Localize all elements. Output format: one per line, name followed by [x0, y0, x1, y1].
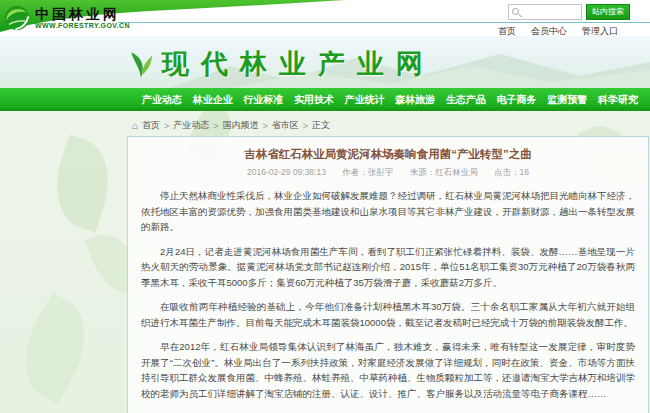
nav-item-7[interactable]: 电子商务	[497, 93, 537, 107]
logo-site-name: 中国林业网	[35, 7, 130, 22]
nav-item-5[interactable]: 森林旅游	[395, 93, 435, 107]
breadcrumb-item-2[interactable]: 国内频道	[223, 119, 259, 132]
article-paragraph-0: 停止天然林商业性采伐后，林业企业如何破解发展难题？经过调研，红石林业局黄泥河林场…	[141, 188, 635, 235]
top-header: 中国林业网 WWW.FORESTRY.GOV.CN 站内搜索 首页会员中心管理入…	[0, 0, 650, 36]
logo-site-url: WWW.FORESTRY.GOV.CN	[35, 22, 130, 29]
breadcrumb: ⌂ 首页>产业动态>国内频道>省市区>正文	[132, 119, 650, 132]
header-divider	[118, 22, 650, 23]
leaf-watermark	[5, 292, 104, 404]
article-source: 来源：红石林业局	[410, 167, 478, 177]
article-body: 停止天然林商业性采伐后，林业企业如何破解发展难题？经过调研，红石林业局黄泥河林场…	[141, 188, 635, 413]
article-panel: 吉林省红石林业局黄泥河林场奏响食用菌“产业转型”之曲 2016-02-29 09…	[127, 136, 649, 413]
content-area: ⌂ 首页>产业动态>国内频道>省市区>正文 吉林省红石林业局黄泥河林场奏响食用菌…	[0, 111, 650, 413]
nav-item-2[interactable]: 行业标准	[243, 93, 283, 107]
banner-site-title: 现代林业产业网	[162, 46, 435, 82]
site-search: 站内搜索	[508, 4, 630, 20]
breadcrumb-separator: >	[164, 121, 169, 131]
leaf-watermark	[43, 135, 122, 233]
leaf-icon	[128, 47, 154, 81]
globe-leaf-icon	[4, 5, 30, 31]
search-box[interactable]	[508, 4, 582, 20]
article-datetime: 2016-02-29 09:38:13	[247, 167, 326, 177]
site-search-button[interactable]: 站内搜索	[586, 4, 630, 20]
nav-item-9[interactable]: 科学研究	[598, 93, 638, 107]
article-hits: 点击：16	[494, 167, 529, 177]
logo-text: 中国林业网 WWW.FORESTRY.GOV.CN	[35, 7, 130, 29]
nav-item-0[interactable]: 产业动态	[142, 93, 182, 107]
nav-item-8[interactable]: 监测预警	[547, 93, 587, 107]
article-meta: 2016-02-29 09:38:13 作者：张彤宇 来源：红石林业局 点击：1…	[141, 167, 635, 179]
article-paragraph-2: 在吸收前两年种植经验的基础上，今年他们准备计划种植黑木耳30万袋。三十余名职工家…	[141, 299, 635, 330]
main-nav: 产业动态林业企业行业标准实用技术产业统计森林旅游生态产品电子商务监测预警科学研究	[0, 88, 650, 111]
author-label: 作者：	[342, 167, 368, 177]
hits-value: 16	[520, 167, 529, 177]
source-label: 来源：	[410, 167, 436, 177]
nav-item-3[interactable]: 实用技术	[294, 93, 334, 107]
site-logo[interactable]: 中国林业网 WWW.FORESTRY.GOV.CN	[4, 5, 130, 31]
hits-label: 点击：	[494, 167, 520, 177]
search-icon	[512, 8, 519, 15]
nav-item-4[interactable]: 产业统计	[345, 93, 385, 107]
search-input[interactable]	[524, 5, 580, 19]
article-paragraph-1: 2月24日，记者走进黄泥河林场食用菌生产车间，看到了职工们正紧张忙碌着拌料、装袋…	[141, 244, 635, 291]
home-icon: ⌂	[132, 120, 138, 131]
nav-item-6[interactable]: 生态产品	[446, 93, 486, 107]
breadcrumb-separator: >	[213, 121, 218, 131]
breadcrumb-separator: >	[263, 121, 268, 131]
breadcrumb-item-3[interactable]: 省市区	[272, 119, 299, 132]
banner-brand[interactable]: 现代林业产业网	[128, 46, 435, 82]
source-value: 红石林业局	[435, 167, 478, 177]
nav-item-1[interactable]: 林业企业	[193, 93, 233, 107]
breadcrumb-item-0[interactable]: 首页	[142, 119, 160, 132]
breadcrumb-item-4: 正文	[312, 119, 330, 132]
breadcrumb-item-1[interactable]: 产业动态	[173, 119, 209, 132]
article-title: 吉林省红石林业局黄泥河林场奏响食用菌“产业转型”之曲	[141, 147, 635, 162]
breadcrumb-separator: >	[303, 121, 308, 131]
article-author: 作者：张彤宇	[342, 167, 393, 177]
site-banner: 现代林业产业网	[0, 36, 650, 88]
article-paragraph-3: 早在2012年，红石林业局领导集体认识到了林海虽广，独木难支，赢得未来，唯有转型…	[141, 339, 635, 401]
author-value: 张彤宇	[368, 167, 394, 177]
